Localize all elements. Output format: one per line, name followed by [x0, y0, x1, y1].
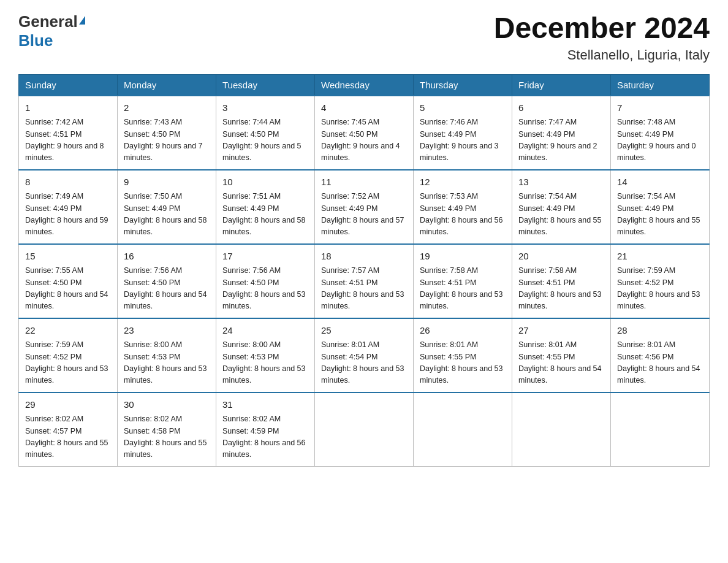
logo-blue: Blue [18, 31, 53, 50]
day-info: Sunrise: 8:01 AM Sunset: 4:54 PM Dayligh… [321, 339, 407, 387]
day-number: 5 [420, 101, 506, 115]
calendar-week-row-3: 15 Sunrise: 7:55 AM Sunset: 4:50 PM Dayl… [19, 244, 710, 318]
calendar-cell: 24 Sunrise: 8:00 AM Sunset: 4:53 PM Dayl… [216, 318, 315, 393]
day-info: Sunrise: 7:43 AM Sunset: 4:50 PM Dayligh… [124, 117, 210, 164]
calendar-week-row-5: 29 Sunrise: 8:02 AM Sunset: 4:57 PM Dayl… [19, 393, 710, 467]
calendar-cell: 9 Sunrise: 7:50 AM Sunset: 4:49 PM Dayli… [118, 170, 216, 244]
day-info: Sunrise: 8:02 AM Sunset: 4:57 PM Dayligh… [25, 413, 111, 461]
day-info: Sunrise: 7:42 AM Sunset: 4:51 PM Dayligh… [25, 117, 111, 164]
col-monday: Monday [118, 74, 216, 96]
calendar-cell: 15 Sunrise: 7:55 AM Sunset: 4:50 PM Dayl… [19, 244, 118, 318]
logo: General Blue [18, 12, 85, 50]
calendar-cell [315, 393, 414, 467]
day-info: Sunrise: 7:44 AM Sunset: 4:50 PM Dayligh… [222, 117, 308, 164]
calendar-cell: 1 Sunrise: 7:42 AM Sunset: 4:51 PM Dayli… [19, 96, 118, 170]
day-info: Sunrise: 8:01 AM Sunset: 4:55 PM Dayligh… [420, 339, 506, 387]
day-number: 13 [518, 175, 604, 190]
day-number: 28 [617, 324, 703, 338]
calendar-cell [512, 393, 611, 467]
day-info: Sunrise: 7:56 AM Sunset: 4:50 PM Dayligh… [124, 265, 210, 313]
calendar-cell: 22 Sunrise: 7:59 AM Sunset: 4:52 PM Dayl… [19, 318, 118, 393]
calendar-cell [611, 393, 710, 467]
day-number: 19 [420, 250, 506, 264]
day-info: Sunrise: 7:47 AM Sunset: 4:49 PM Dayligh… [518, 117, 604, 164]
day-number: 12 [420, 175, 506, 190]
calendar-cell: 10 Sunrise: 7:51 AM Sunset: 4:49 PM Dayl… [216, 170, 315, 244]
calendar-cell: 26 Sunrise: 8:01 AM Sunset: 4:55 PM Dayl… [414, 318, 512, 393]
calendar-table: Sunday Monday Tuesday Wednesday Thursday… [18, 74, 710, 467]
day-info: Sunrise: 8:02 AM Sunset: 4:58 PM Dayligh… [124, 413, 210, 461]
calendar-cell: 3 Sunrise: 7:44 AM Sunset: 4:50 PM Dayli… [216, 96, 315, 170]
day-number: 2 [124, 101, 210, 115]
day-number: 3 [222, 101, 308, 115]
day-number: 22 [25, 324, 111, 338]
col-wednesday: Wednesday [315, 74, 414, 96]
day-info: Sunrise: 7:46 AM Sunset: 4:49 PM Dayligh… [420, 117, 506, 164]
col-thursday: Thursday [414, 74, 512, 96]
day-info: Sunrise: 7:49 AM Sunset: 4:49 PM Dayligh… [25, 191, 111, 239]
day-number: 18 [321, 250, 407, 264]
day-number: 10 [222, 175, 308, 190]
day-number: 14 [617, 175, 703, 190]
day-number: 29 [25, 398, 111, 412]
location-title: Stellanello, Liguria, Italy [494, 47, 710, 63]
day-number: 31 [222, 398, 308, 412]
day-info: Sunrise: 7:48 AM Sunset: 4:49 PM Dayligh… [617, 117, 703, 164]
day-number: 26 [420, 324, 506, 338]
day-info: Sunrise: 7:58 AM Sunset: 4:51 PM Dayligh… [420, 265, 506, 313]
day-number: 24 [222, 324, 308, 338]
day-number: 15 [25, 250, 111, 264]
calendar-cell: 2 Sunrise: 7:43 AM Sunset: 4:50 PM Dayli… [118, 96, 216, 170]
calendar-cell: 8 Sunrise: 7:49 AM Sunset: 4:49 PM Dayli… [19, 170, 118, 244]
calendar-cell: 29 Sunrise: 8:02 AM Sunset: 4:57 PM Dayl… [19, 393, 118, 467]
calendar-header-row: Sunday Monday Tuesday Wednesday Thursday… [19, 74, 710, 96]
calendar-cell: 31 Sunrise: 8:02 AM Sunset: 4:59 PM Dayl… [216, 393, 315, 467]
calendar-cell: 23 Sunrise: 8:00 AM Sunset: 4:53 PM Dayl… [118, 318, 216, 393]
calendar-week-row-1: 1 Sunrise: 7:42 AM Sunset: 4:51 PM Dayli… [19, 96, 710, 170]
day-info: Sunrise: 7:57 AM Sunset: 4:51 PM Dayligh… [321, 265, 407, 313]
calendar-cell: 17 Sunrise: 7:56 AM Sunset: 4:50 PM Dayl… [216, 244, 315, 318]
calendar-week-row-4: 22 Sunrise: 7:59 AM Sunset: 4:52 PM Dayl… [19, 318, 710, 393]
calendar-cell: 13 Sunrise: 7:54 AM Sunset: 4:49 PM Dayl… [512, 170, 611, 244]
day-info: Sunrise: 7:52 AM Sunset: 4:49 PM Dayligh… [321, 191, 407, 239]
day-number: 1 [25, 101, 111, 115]
calendar-cell: 14 Sunrise: 7:54 AM Sunset: 4:49 PM Dayl… [611, 170, 710, 244]
calendar-cell: 6 Sunrise: 7:47 AM Sunset: 4:49 PM Dayli… [512, 96, 611, 170]
calendar-week-row-2: 8 Sunrise: 7:49 AM Sunset: 4:49 PM Dayli… [19, 170, 710, 244]
day-number: 30 [124, 398, 210, 412]
calendar-cell: 4 Sunrise: 7:45 AM Sunset: 4:50 PM Dayli… [315, 96, 414, 170]
logo-triangle-icon [79, 16, 85, 25]
page-header: General Blue December 2024 Stellanello, … [18, 12, 710, 63]
title-area: December 2024 Stellanello, Liguria, Ital… [494, 12, 710, 63]
day-info: Sunrise: 7:59 AM Sunset: 4:52 PM Dayligh… [617, 265, 703, 313]
calendar-cell: 27 Sunrise: 8:01 AM Sunset: 4:55 PM Dayl… [512, 318, 611, 393]
day-number: 6 [518, 101, 604, 115]
day-info: Sunrise: 7:58 AM Sunset: 4:51 PM Dayligh… [518, 265, 604, 313]
day-number: 4 [321, 101, 407, 115]
calendar-cell: 7 Sunrise: 7:48 AM Sunset: 4:49 PM Dayli… [611, 96, 710, 170]
day-info: Sunrise: 8:00 AM Sunset: 4:53 PM Dayligh… [222, 339, 308, 387]
day-number: 20 [518, 250, 604, 264]
calendar-cell [414, 393, 512, 467]
day-number: 23 [124, 324, 210, 338]
day-number: 21 [617, 250, 703, 264]
month-title: December 2024 [494, 12, 710, 45]
calendar-cell: 12 Sunrise: 7:53 AM Sunset: 4:49 PM Dayl… [414, 170, 512, 244]
day-info: Sunrise: 8:02 AM Sunset: 4:59 PM Dayligh… [222, 413, 308, 461]
calendar-cell: 18 Sunrise: 7:57 AM Sunset: 4:51 PM Dayl… [315, 244, 414, 318]
day-info: Sunrise: 7:50 AM Sunset: 4:49 PM Dayligh… [124, 191, 210, 239]
day-number: 16 [124, 250, 210, 264]
day-info: Sunrise: 8:00 AM Sunset: 4:53 PM Dayligh… [124, 339, 210, 387]
calendar-cell: 16 Sunrise: 7:56 AM Sunset: 4:50 PM Dayl… [118, 244, 216, 318]
calendar-cell: 11 Sunrise: 7:52 AM Sunset: 4:49 PM Dayl… [315, 170, 414, 244]
day-info: Sunrise: 7:55 AM Sunset: 4:50 PM Dayligh… [25, 265, 111, 313]
day-info: Sunrise: 7:53 AM Sunset: 4:49 PM Dayligh… [420, 191, 506, 239]
day-number: 25 [321, 324, 407, 338]
day-number: 17 [222, 250, 308, 264]
day-info: Sunrise: 7:56 AM Sunset: 4:50 PM Dayligh… [222, 265, 308, 313]
col-tuesday: Tuesday [216, 74, 315, 96]
day-info: Sunrise: 7:59 AM Sunset: 4:52 PM Dayligh… [25, 339, 111, 387]
day-info: Sunrise: 7:45 AM Sunset: 4:50 PM Dayligh… [321, 117, 407, 164]
col-sunday: Sunday [19, 74, 118, 96]
calendar-cell: 30 Sunrise: 8:02 AM Sunset: 4:58 PM Dayl… [118, 393, 216, 467]
